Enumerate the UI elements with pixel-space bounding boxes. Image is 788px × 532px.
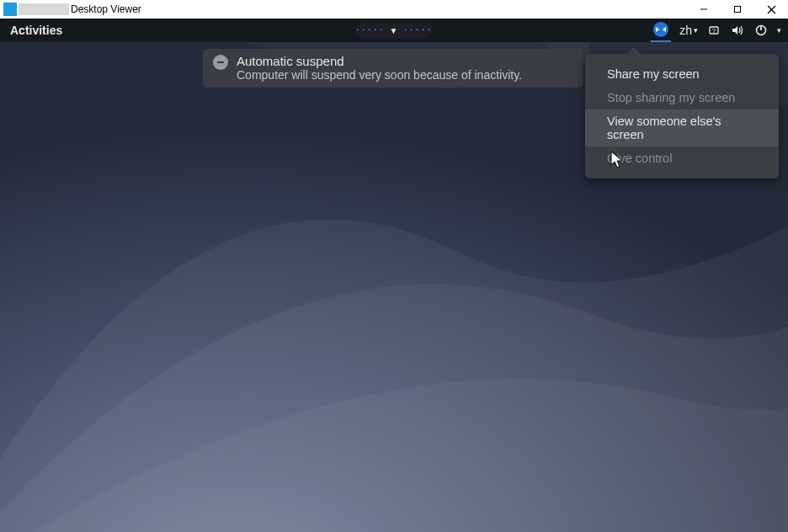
volume-icon <box>730 23 745 38</box>
minimize-button[interactable] <box>687 0 721 19</box>
system-menu-caret-icon: ▾ <box>777 26 781 35</box>
power-icon <box>753 23 769 38</box>
svg-rect-1 <box>735 7 741 13</box>
screenshare-indicator[interactable] <box>651 19 671 42</box>
svg-text:?: ? <box>712 27 716 35</box>
pill-arrow-icon: ▼ <box>390 26 399 35</box>
activities-button[interactable]: Activities <box>0 19 72 42</box>
caret-down-icon: ▾ <box>694 26 698 35</box>
system-status-icons[interactable]: ? ▾ <box>706 23 781 38</box>
close-button[interactable] <box>754 0 788 19</box>
app-icon <box>3 3 17 16</box>
teamviewer-icon <box>653 22 668 37</box>
maximize-button[interactable] <box>721 0 754 19</box>
desktop: Activities ᛫᛫᛫᛫᛫ ▼ ᛫᛫᛫᛫᛫ zh ▾ ? <box>0 19 788 532</box>
redacted-region <box>19 3 69 15</box>
menu-item-give-control: Give control <box>585 146 779 170</box>
window-titlebar: Desktop Viewer <box>0 0 788 19</box>
gnome-top-bar: Activities ᛫᛫᛫᛫᛫ ▼ ᛫᛫᛫᛫᛫ zh ▾ ? <box>0 19 788 42</box>
menu-item-view-someone[interactable]: View someone else's screen <box>585 109 779 146</box>
pill-dots-left: ᛫᛫᛫᛫᛫ <box>355 26 385 35</box>
window-title: Desktop Viewer <box>71 3 141 15</box>
input-method-selector[interactable]: zh ▾ <box>679 24 698 37</box>
accessibility-icon: ? <box>706 23 721 38</box>
notification-body: Automatic suspend Computer will suspend … <box>237 54 522 82</box>
pill-dots-right: ᛫᛫᛫᛫᛫ <box>403 26 433 35</box>
menu-item-share[interactable]: Share my screen <box>585 62 779 86</box>
window-controls <box>687 0 788 19</box>
screenshare-menu: Share my screen Stop sharing my screen V… <box>585 54 779 178</box>
input-method-label: zh <box>679 24 692 37</box>
status-area: zh ▾ ? ▾ <box>651 19 781 42</box>
menu-item-stop-sharing: Stop sharing my screen <box>585 86 779 109</box>
do-not-disturb-icon <box>213 55 228 70</box>
notification-title: Automatic suspend <box>237 54 522 68</box>
notification-banner[interactable]: Automatic suspend Computer will suspend … <box>203 49 583 88</box>
notification-subtitle: Computer will suspend very soon because … <box>237 68 522 82</box>
top-bar-center-pill[interactable]: ᛫᛫᛫᛫᛫ ▼ ᛫᛫᛫᛫᛫ <box>355 23 433 38</box>
